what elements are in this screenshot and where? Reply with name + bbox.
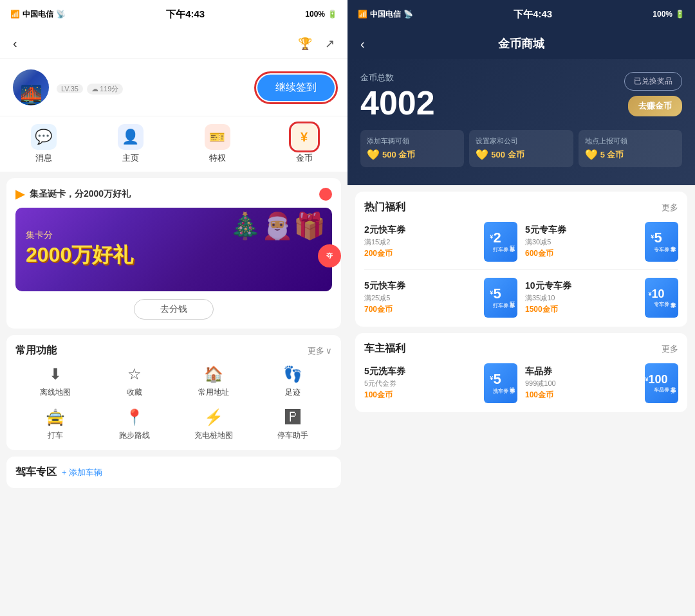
wifi-icon-right: 📡 <box>403 10 413 19</box>
wifi-icon-left: 📡 <box>56 10 66 19</box>
dollar-icon-2: 💛 <box>585 149 598 161</box>
charge-icon: ⚡ <box>204 408 223 426</box>
coupon-card-1: ¥ 5 专车券 专车券 <box>645 222 678 262</box>
profile-section: 🌉 LV.35 ☁ 119分 继续签到 <box>0 59 348 116</box>
coupon-card-2: ¥ 5 打车券 打车券 <box>484 278 517 318</box>
coins-badge: ☁ 119分 <box>87 84 123 95</box>
card-header: ▶ 集圣诞卡，分2000万好礼 <box>15 187 332 201</box>
car-coupon-name-1: 车品券 <box>525 366 638 377</box>
coupon-num-2: 5 <box>493 287 501 301</box>
dollar-icon-1: 💛 <box>476 149 488 161</box>
time-right: 下午4:43 <box>514 8 552 21</box>
welfare-container: 热门福利 更多 2元快车券 满15减2 200金币 ¥ 2 <box>348 185 695 616</box>
taxi-icon: 🚖 <box>46 408 65 426</box>
avatar: 🌉 <box>13 69 49 105</box>
fen-button[interactable]: 去分钱 <box>134 299 214 320</box>
drive-section: 驾车专区 + 添加车辆 <box>6 457 341 488</box>
exchanged-button[interactable]: 已兑换奖品 <box>624 72 682 91</box>
share-icon[interactable]: ↗ <box>325 37 335 51</box>
task-coins-2: 💛 5 金币 <box>585 149 676 161</box>
car-coupon-item-1[interactable]: 车品券 999减100 100金币 ¥ 100 车品券 车品券 <box>525 363 678 403</box>
grab-badge[interactable]: 夺 <box>318 244 341 267</box>
func-parking[interactable]: 🅿 停车助手 <box>253 408 332 441</box>
drive-add-button[interactable]: + 添加车辆 <box>62 467 102 478</box>
offline-map-icon: ⬇ <box>49 365 62 383</box>
coin-task-2[interactable]: 地点上报可领 💛 5 金币 <box>579 130 682 167</box>
car-coupon-desc-0: 5元代金券 <box>364 379 477 388</box>
nav-item-home[interactable]: 👤 主页 <box>118 124 144 164</box>
car-coupon-side-1: 车品券 <box>667 363 676 403</box>
coupon-card-3: ¥ 10 专车券 专车券 <box>645 278 678 318</box>
functions-more[interactable]: 更多 ∨ <box>308 345 332 357</box>
coin-hero-top: 金币总数 4002 已兑换奖品 去赚金币 <box>360 72 682 120</box>
signal-icon: 📶 <box>10 10 20 19</box>
run-route-icon: 📍 <box>125 408 144 426</box>
coin-task-1[interactable]: 设置家和公司 💛 500 金币 <box>469 130 573 167</box>
battery-right: 100% <box>653 10 672 19</box>
coin-amount: 4002 <box>360 86 435 120</box>
hot-coupon-grid: 2元快车券 满15减2 200金币 ¥ 2 打车券 打车券 <box>364 222 678 262</box>
func-offline-map[interactable]: ⬇ 离线地图 <box>15 365 95 398</box>
func-label-charge: 充电桩地图 <box>194 430 233 441</box>
level-badge: LV.35 <box>57 84 83 93</box>
time-left: 下午4:43 <box>166 8 205 21</box>
car-coupon-side-0: 洗车券 <box>506 363 515 403</box>
task-desc-1: 设置家和公司 <box>476 136 566 146</box>
divider-1 <box>364 269 678 270</box>
profile-info: LV.35 ☁ 119分 <box>57 81 123 95</box>
coin-task-0[interactable]: 添加车辆可领 💛 500 金币 <box>360 130 464 167</box>
func-label-common-addr: 常用地址 <box>198 387 229 398</box>
func-label-run-route: 跑步路线 <box>119 430 150 441</box>
back-button-right[interactable]: ‹ <box>360 37 365 51</box>
coupon-name-1: 5元专车券 <box>525 224 638 236</box>
battery-icon-left: 🔋 <box>328 10 337 19</box>
drive-title: 驾车专区 <box>15 466 57 479</box>
earn-button[interactable]: 去赚金币 <box>628 96 682 116</box>
card-footer: 去分钱 <box>15 299 332 320</box>
nav-icons-left: 🏆 ↗ <box>298 37 335 51</box>
func-charge[interactable]: ⚡ 充电桩地图 <box>174 408 253 441</box>
card-banner[interactable]: 集卡分 2000万好礼 🎄🎅🎁 <box>15 208 332 291</box>
signal-icon-right: 📶 <box>358 10 367 19</box>
func-run-route[interactable]: 📍 跑步路线 <box>95 408 174 441</box>
task-desc-0: 添加车辆可领 <box>367 136 458 146</box>
func-collect[interactable]: ☆ 收藏 <box>95 365 174 398</box>
banner-top-text: 集卡分 <box>26 230 53 241</box>
coupon-side-2: 打车券 <box>506 278 515 318</box>
nav-item-coin[interactable]: ¥ 金币 <box>292 124 317 164</box>
nav-item-priv[interactable]: 🎫 特权 <box>205 124 230 164</box>
msg-icon: 💬 <box>31 124 57 150</box>
status-right-left: 100% 🔋 <box>305 10 337 19</box>
nav-label-priv: 特权 <box>209 152 226 164</box>
car-coupon-price-1: 100金币 <box>525 390 638 401</box>
grab-text: 夺 <box>326 251 333 260</box>
checkin-button[interactable]: 继续签到 <box>257 75 335 101</box>
collect-icon: ☆ <box>127 365 142 383</box>
car-coupon-item-0[interactable]: 5元洗车券 5元代金券 100金币 ¥ 5 洗车券 洗车券 <box>364 363 517 403</box>
func-taxi[interactable]: 🚖 打车 <box>15 408 95 441</box>
status-left: 📶 中国电信 📡 <box>10 9 66 20</box>
coupon-side-3: 专车券 <box>667 278 676 318</box>
coupon-item-3[interactable]: 10元专车券 满35减10 1500金币 ¥ 10 专车券 专车券 <box>525 278 678 318</box>
hot-welfare-title: 热门福利 <box>364 201 405 214</box>
nav-item-msg[interactable]: 💬 消息 <box>31 124 57 164</box>
coupon-item-0[interactable]: 2元快车券 满15减2 200金币 ¥ 2 打车券 打车券 <box>364 222 517 262</box>
coupon-price-0: 200金币 <box>364 248 477 259</box>
car-welfare-more[interactable]: 更多 <box>662 343 678 355</box>
card-header-icon: ▶ <box>15 187 24 201</box>
coupon-item-1[interactable]: 5元专车券 满30减5 600金币 ¥ 5 专车券 专车券 <box>525 222 678 262</box>
func-common-addr[interactable]: 🏠 常用地址 <box>174 365 253 398</box>
coupon-item-2[interactable]: 5元快车券 满25减5 700金币 ¥ 5 打车券 打车券 <box>364 278 517 318</box>
coin-info: 金币总数 4002 <box>360 72 435 120</box>
back-button-left[interactable]: ‹ <box>13 36 17 51</box>
cloud-icon: ☁ <box>91 85 98 93</box>
coupon-card-0: ¥ 2 打车券 打车券 <box>484 222 517 262</box>
trophy-icon[interactable]: 🏆 <box>298 37 312 51</box>
page-title: 金币商城 <box>498 36 544 51</box>
task-coins-0: 💛 500 金币 <box>367 149 458 161</box>
hot-welfare-more[interactable]: 更多 <box>662 202 678 213</box>
red-dot <box>319 188 332 201</box>
func-footprint[interactable]: 👣 足迹 <box>253 365 332 398</box>
coupon-name-2: 5元快车券 <box>364 280 477 292</box>
coin-icon: ¥ <box>292 124 317 150</box>
